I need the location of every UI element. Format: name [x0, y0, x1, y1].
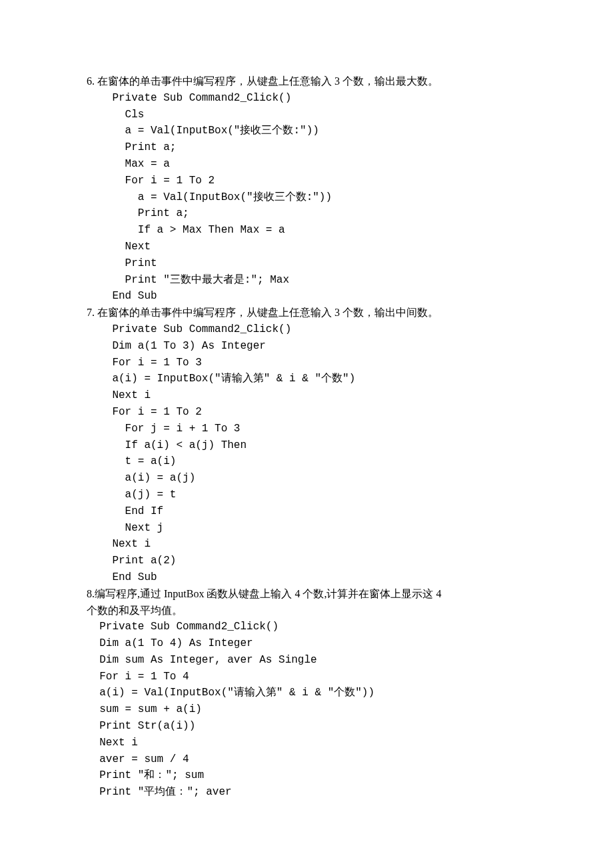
code-line: Dim a(1 To 4) As Integer — [87, 635, 526, 652]
code-line: sum = sum + a(i) — [87, 701, 526, 718]
code-line: For j = i + 1 To 3 — [87, 421, 526, 437]
code-line: Print "和："; sum — [87, 767, 526, 784]
code-line: a = Val(InputBox("接收三个数:")) — [87, 123, 526, 139]
code-line: Max = a — [87, 156, 526, 173]
text-line: 个数的和及平均值。 — [87, 603, 526, 619]
code-line: For i = 1 To 2 — [87, 173, 526, 189]
code-line: a(j) = t — [87, 487, 526, 503]
code-line: Dim a(1 To 3) As Integer — [87, 338, 526, 355]
document-page: 6. 在窗体的单击事件中编写程序，从键盘上任意输入 3 个数，输出最大数。 Pr… — [0, 0, 613, 868]
code-line: Next — [87, 239, 526, 255]
code-line: Print a; — [87, 139, 526, 156]
code-line: If a(i) < a(j) Then — [87, 437, 526, 454]
code-line: End Sub — [87, 569, 526, 586]
code-line: Private Sub Command2_Click() — [87, 619, 526, 635]
code-line: t = a(i) — [87, 453, 526, 470]
code-line: a(i) = a(j) — [87, 470, 526, 487]
text-line: 8.编写程序,通过 InputBox 函数从键盘上输入 4 个数,计算并在窗体上… — [87, 586, 526, 603]
document-content: 6. 在窗体的单击事件中编写程序，从键盘上任意输入 3 个数，输出最大数。 Pr… — [87, 73, 526, 801]
code-line: End If — [87, 503, 526, 520]
code-line: Print "平均值："; aver — [87, 784, 526, 801]
code-line: Next j — [87, 520, 526, 537]
code-line: For i = 1 To 2 — [87, 404, 526, 421]
code-line: If a > Max Then Max = a — [87, 222, 526, 239]
code-line: Next i — [87, 387, 526, 404]
code-line: a(i) = InputBox("请输入第" & i & "个数") — [87, 371, 526, 387]
code-line: Cls — [87, 107, 526, 123]
code-line: Private Sub Command2_Click() — [87, 321, 526, 338]
code-line: Private Sub Command2_Click() — [87, 90, 526, 107]
code-line: For i = 1 To 3 — [87, 355, 526, 371]
code-line: Next i — [87, 536, 526, 553]
code-line: For i = 1 To 4 — [87, 669, 526, 685]
code-line: aver = sum / 4 — [87, 751, 526, 768]
code-line: Dim sum As Integer, aver As Single — [87, 652, 526, 669]
code-line: Next i — [87, 735, 526, 751]
text-line: 6. 在窗体的单击事件中编写程序，从键盘上任意输入 3 个数，输出最大数。 — [87, 73, 526, 90]
code-line: Print a; — [87, 205, 526, 222]
code-line: Print Str(a(i)) — [87, 718, 526, 735]
text-line: 7. 在窗体的单击事件中编写程序，从键盘上任意输入 3 个数，输出中间数。 — [87, 305, 526, 321]
code-line: Print a(2) — [87, 553, 526, 569]
code-line: a = Val(InputBox("接收三个数:")) — [87, 189, 526, 206]
code-line: Print — [87, 255, 526, 272]
code-line: End Sub — [87, 288, 526, 305]
code-line: Print "三数中最大者是:"; Max — [87, 272, 526, 289]
code-line: a(i) = Val(InputBox("请输入第" & i & "个数")) — [87, 685, 526, 701]
